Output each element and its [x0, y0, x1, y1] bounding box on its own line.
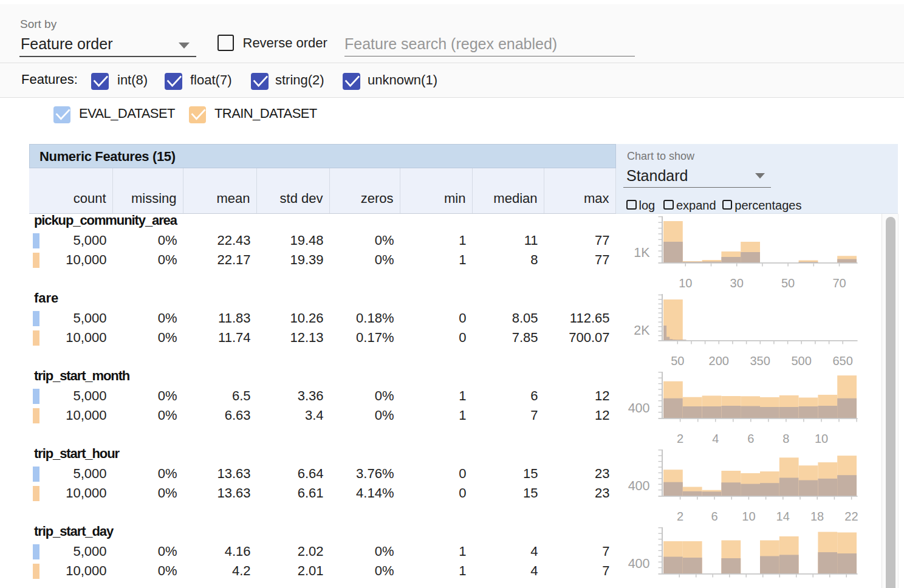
svg-text:400: 400: [628, 556, 650, 571]
svg-text:500: 500: [792, 354, 812, 368]
svg-text:18: 18: [810, 510, 824, 523]
svg-text:2K: 2K: [634, 323, 650, 338]
svg-text:6: 6: [747, 432, 754, 445]
svg-text:400: 400: [628, 479, 650, 493]
svg-text:8: 8: [782, 432, 789, 445]
svg-text:10: 10: [679, 276, 692, 290]
svg-text:10: 10: [815, 432, 828, 445]
svg-text:350: 350: [750, 354, 770, 368]
svg-text:10: 10: [742, 510, 755, 523]
svg-text:2: 2: [677, 510, 683, 523]
svg-text:4: 4: [712, 432, 719, 445]
svg-text:6: 6: [711, 510, 717, 523]
svg-text:1K: 1K: [634, 245, 650, 260]
svg-text:22: 22: [844, 510, 858, 523]
svg-text:200: 200: [709, 354, 729, 368]
svg-text:30: 30: [730, 276, 744, 290]
svg-text:14: 14: [776, 510, 790, 523]
svg-text:70: 70: [832, 276, 846, 290]
svg-text:400: 400: [628, 401, 650, 415]
svg-text:650: 650: [832, 354, 852, 368]
svg-text:50: 50: [671, 354, 684, 368]
svg-text:50: 50: [781, 276, 795, 290]
svg-text:2: 2: [677, 432, 683, 445]
